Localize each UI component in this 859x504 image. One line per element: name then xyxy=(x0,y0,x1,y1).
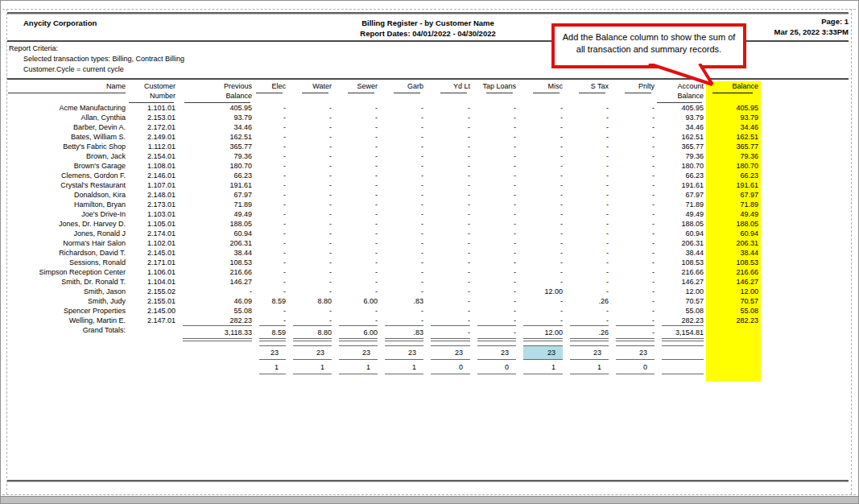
cell-name: Acme Manufacturing xyxy=(7,103,128,113)
cell-sewer: - xyxy=(334,180,380,190)
report-preview-window: Anycity Corporation Billing Register - b… xyxy=(0,0,859,504)
cell-previous-balance: 180.70 xyxy=(178,161,254,171)
cell-customer-number: 2.172.01 xyxy=(128,122,178,132)
cell-balance-highlighted: 216.66 xyxy=(706,267,761,277)
column-header-elec: Elec xyxy=(254,81,288,103)
cell-water: - xyxy=(288,103,334,113)
cell-garb: - xyxy=(380,171,426,180)
cell-balance-highlighted: 34.46 xyxy=(706,122,761,132)
cell-s-tax: - xyxy=(565,132,611,142)
cell-garb: - xyxy=(380,209,426,219)
cell-balance-highlighted: 180.70 xyxy=(706,161,761,171)
cell-garb: - xyxy=(380,219,426,229)
cell-customer-number: 2.155.02 xyxy=(128,287,178,296)
grand-total-balance-empty xyxy=(706,325,761,339)
flag-account-balance-empty xyxy=(657,360,706,374)
cell-s-tax: - xyxy=(565,190,611,200)
cell-sewer: - xyxy=(334,209,380,219)
cell-customer-number: 1.112.01 xyxy=(128,142,178,151)
cell-water: - xyxy=(288,248,334,258)
cell-customer-number: 2.171.01 xyxy=(128,258,178,267)
criteria-line-customer-cycle: Customer.Cycle = current cycle xyxy=(9,64,184,75)
cell-tap-loans: - xyxy=(473,238,518,248)
cell-pnlty: - xyxy=(611,296,657,306)
cell-name: Smith, Dr. Ronald T. xyxy=(7,277,128,287)
customer-row: Simpson Reception Center 1.106.01 216.66… xyxy=(7,267,761,277)
customer-row: Richardson, David T. 2.145.01 38.44 - - … xyxy=(7,248,761,258)
column-header-previous-balance: PreviousBalance xyxy=(178,81,254,103)
cell-balance-highlighted: 70.57 xyxy=(706,296,761,306)
cell-yd-lt: - xyxy=(426,161,473,171)
cell-elec: - xyxy=(254,103,288,113)
cell-s-tax: - xyxy=(565,161,611,171)
cell-account-balance: 180.70 xyxy=(657,161,706,171)
cell-s-tax: - xyxy=(565,277,611,287)
cell-elec: - xyxy=(254,190,288,200)
cell-tap-loans: - xyxy=(473,229,518,238)
cell-pnlty: - xyxy=(611,267,657,277)
cell-sewer: - xyxy=(334,277,380,287)
cell-account-balance: 162.51 xyxy=(657,132,706,142)
cell-garb: - xyxy=(380,142,426,151)
cell-account-balance: 282.23 xyxy=(657,316,706,325)
report-footer-rule xyxy=(7,480,849,482)
cell-yd-lt: - xyxy=(426,132,473,142)
cell-name: Jones, Dr. Harvey D. xyxy=(7,219,128,229)
record-count-water: 23 xyxy=(288,345,334,360)
cell-previous-balance: 67.97 xyxy=(178,190,254,200)
cell-misc: - xyxy=(518,316,565,325)
cell-balance-highlighted: 66.23 xyxy=(706,171,761,180)
cell-balance-highlighted: 67.97 xyxy=(706,190,761,200)
cell-garb: - xyxy=(380,161,426,171)
cell-pnlty: - xyxy=(611,161,657,171)
column-header-s-tax: S Tax xyxy=(565,81,611,103)
record-count-tap-loans: 23 xyxy=(473,345,518,360)
cell-garb: - xyxy=(380,103,426,113)
cell-garb: - xyxy=(380,287,426,296)
cell-customer-number: 1.104.01 xyxy=(128,277,178,287)
cell-garb: - xyxy=(380,238,426,248)
cell-pnlty: - xyxy=(611,229,657,238)
cell-elec: - xyxy=(254,238,288,248)
cell-balance-highlighted: 38.44 xyxy=(706,248,761,258)
cell-misc: - xyxy=(518,277,565,287)
cell-misc: - xyxy=(518,248,565,258)
cell-customer-number: 2.145.01 xyxy=(128,248,178,258)
cell-name: Richardson, David T. xyxy=(7,248,128,258)
cell-pnlty: - xyxy=(611,306,657,316)
record-count-yd-lt: 23 xyxy=(426,345,473,360)
cell-pnlty: - xyxy=(611,132,657,142)
cell-water: - xyxy=(288,161,334,171)
cell-yd-lt: - xyxy=(426,267,473,277)
cell-previous-balance: 162.51 xyxy=(178,132,254,142)
cell-balance-highlighted: 71.89 xyxy=(706,200,761,209)
customer-row: Smith, Jason 2.155.02 - - - - - - - 12.0… xyxy=(7,287,761,296)
cell-pnlty: - xyxy=(611,248,657,258)
cell-elec: - xyxy=(254,142,288,151)
customer-row: Clemens, Gordon F. 2.146.01 66.23 - - - … xyxy=(7,171,761,180)
cell-water: - xyxy=(288,132,334,142)
cell-garb: - xyxy=(380,316,426,325)
callout-annotation: Add the Balance column to show the sum o… xyxy=(551,23,746,68)
record-count-pnlty: 23 xyxy=(611,345,657,360)
report-criteria-label: Report Criteria: xyxy=(9,43,184,54)
cell-balance-highlighted: 162.51 xyxy=(706,132,761,142)
cell-balance-highlighted: 191.61 xyxy=(706,180,761,190)
grand-total-previous-balance: 3,118.33 xyxy=(178,325,254,339)
cell-pnlty: - xyxy=(611,238,657,248)
cell-name: Welling, Martin E. xyxy=(7,316,128,325)
cell-s-tax: - xyxy=(565,219,611,229)
cell-sewer: - xyxy=(334,142,380,151)
cell-sewer: - xyxy=(334,248,380,258)
cell-account-balance: 66.23 xyxy=(657,171,706,180)
cell-elec: - xyxy=(254,180,288,190)
cell-s-tax: - xyxy=(565,229,611,238)
cell-sewer: - xyxy=(334,229,380,238)
cell-elec: - xyxy=(254,229,288,238)
cell-elec: - xyxy=(254,287,288,296)
cell-previous-balance: 188.05 xyxy=(178,219,254,229)
cell-balance-highlighted: 282.23 xyxy=(706,316,761,325)
cell-yd-lt: - xyxy=(426,258,473,267)
cell-tap-loans: - xyxy=(473,306,518,316)
cell-pnlty: - xyxy=(611,200,657,209)
